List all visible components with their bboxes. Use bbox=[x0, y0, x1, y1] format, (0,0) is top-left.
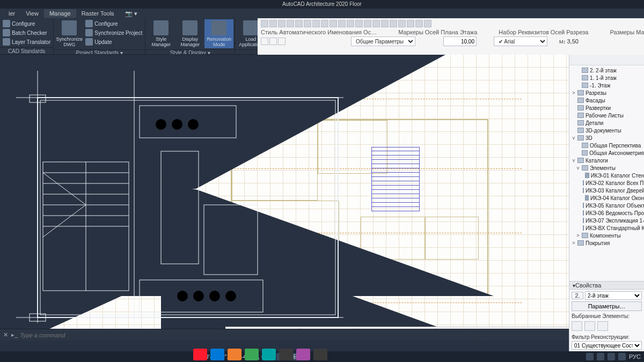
tree-node[interactable]: Общая Перспектива bbox=[569, 142, 644, 149]
close-icon[interactable]: ✕ bbox=[3, 331, 8, 338]
tree-node[interactable]: ИКЭ-02 Каталог Всех Проем bbox=[569, 179, 644, 187]
light-tool-icon[interactable] bbox=[390, 20, 397, 27]
tree-node[interactable]: Рабочие Листы bbox=[569, 112, 644, 119]
light-tool-icon[interactable] bbox=[287, 20, 294, 27]
ribbon-renovation[interactable]: RenovationMode bbox=[204, 19, 233, 48]
tree-node[interactable]: 1. 1-й этаж bbox=[569, 74, 644, 82]
tray-icon[interactable] bbox=[586, 353, 594, 360]
tree-node[interactable]: ИКЭ-07 Экспликация 1-й эт bbox=[569, 217, 644, 224]
light-tool-icon[interactable] bbox=[304, 20, 311, 27]
tree-node[interactable]: ИКЭ-06 Ведомость Проемов bbox=[569, 209, 644, 217]
statusbar: 170'-2 1/8", 161'-4 3/4", 0'-0" MODEL РУ… bbox=[0, 351, 644, 362]
light-tool-icon[interactable] bbox=[407, 20, 414, 27]
selected-elems-label: Выбранные Элементы: bbox=[572, 313, 642, 319]
light-tool-icon[interactable] bbox=[398, 20, 406, 27]
light-tool-icon[interactable] bbox=[330, 20, 337, 27]
ribbon-layer-translator[interactable]: Layer Translator bbox=[1, 38, 52, 46]
light-tool-icon[interactable] bbox=[372, 20, 380, 27]
ribbon-update[interactable]: Update bbox=[84, 38, 144, 46]
panel-label: CAD Standards bbox=[0, 47, 53, 55]
taskbar-app-icon[interactable] bbox=[262, 349, 276, 360]
params-button[interactable]: Параметры… bbox=[572, 301, 642, 311]
tree-node[interactable]: Фасады bbox=[569, 97, 644, 104]
tree-node[interactable]: >Разрезы bbox=[569, 89, 644, 97]
stairs-icon bbox=[371, 147, 420, 211]
panel-label: Style & Display ▾ bbox=[145, 49, 235, 55]
reno-filter-select[interactable]: 01 Существующее Состояние bbox=[572, 341, 642, 350]
menu-ier[interactable]: ier bbox=[3, 9, 20, 18]
taskbar-app-icon[interactable] bbox=[210, 349, 224, 360]
menu-manage[interactable]: Manage bbox=[44, 9, 76, 18]
light-tool-icon[interactable] bbox=[261, 20, 268, 27]
light-tool-icon[interactable] bbox=[295, 20, 303, 27]
proj-tree[interactable]: 2. 2-й этаж1. 1-й этаж-1. Этаж>РазрезыФа… bbox=[569, 65, 644, 281]
light-tool-icon[interactable] bbox=[278, 20, 286, 27]
tree-node[interactable]: ИКЭ-03 Каталог Дверей bbox=[569, 187, 644, 194]
ribbon-light: Стиль Автоматического Именования Ос…Марк… bbox=[258, 18, 644, 55]
light-tool-icon[interactable] bbox=[381, 20, 389, 27]
tree-node[interactable]: Развертки bbox=[569, 104, 644, 112]
ribbon-batch-checker[interactable]: Batch Checker bbox=[1, 28, 52, 37]
light-tool-icon[interactable] bbox=[338, 20, 346, 27]
tray-icon[interactable] bbox=[608, 353, 615, 360]
light-tool-icon[interactable] bbox=[269, 20, 277, 27]
tree-node[interactable]: ИКЭ-01 Каталог Стен bbox=[569, 172, 644, 179]
proj-toolbar bbox=[569, 55, 644, 65]
ribbon-configure[interactable]: Configure bbox=[1, 19, 52, 28]
tree-node[interactable]: 2. 2-й этаж bbox=[569, 67, 644, 74]
tree-node[interactable]: -1. Этаж bbox=[569, 82, 644, 89]
tray-icon[interactable] bbox=[618, 353, 626, 360]
params-select[interactable]: Общие Параметры bbox=[351, 36, 415, 46]
reno-filter-label: Фильтр Реконструкции: bbox=[572, 334, 642, 340]
light-tool-icon[interactable] bbox=[321, 20, 328, 27]
menu-view[interactable]: View bbox=[20, 9, 44, 18]
camera-icon[interactable]: 📷 ▾ bbox=[120, 9, 143, 18]
taskbar-app-icon[interactable] bbox=[193, 349, 207, 360]
project-browser: 2. 2-й этаж1. 1-й этаж-1. Этаж>РазрезыФа… bbox=[569, 55, 644, 351]
tree-node[interactable]: vЭлементы bbox=[569, 164, 644, 172]
tree-node[interactable]: ИКЭ-05 Каталог Объектов bbox=[569, 202, 644, 209]
ribbon-configure[interactable]: Configure bbox=[84, 19, 144, 28]
taskbar-app-icon[interactable] bbox=[245, 349, 259, 360]
tree-node[interactable]: Детали bbox=[569, 119, 644, 127]
light-tool-icon[interactable] bbox=[424, 20, 431, 27]
selection-mode-icons[interactable] bbox=[572, 321, 642, 331]
panel-label: Project Standards ▾ bbox=[54, 49, 145, 55]
props-header: ▾ Свойства bbox=[569, 281, 644, 290]
tree-node[interactable]: vКаталоги bbox=[569, 157, 644, 164]
taskbar-app-icon[interactable] bbox=[313, 349, 327, 360]
marker-size-input[interactable] bbox=[443, 36, 477, 46]
menubar: ierViewManageRaster Tools📷 ▾ bbox=[0, 9, 644, 18]
status-tray: РУС bbox=[586, 353, 644, 360]
tree-node[interactable]: ИКЭ-ВХ Стандартный Катал bbox=[569, 224, 644, 232]
tree-node[interactable]: >Компоненты bbox=[569, 232, 644, 239]
light-tool-icon[interactable] bbox=[364, 20, 371, 27]
drawing-canvas[interactable]: 04 Проект - Пла… ▸Без Замены ▸01 Существ… bbox=[0, 55, 644, 351]
ribbon-display[interactable]: DisplayManager bbox=[175, 19, 204, 48]
taskbar-app-icon[interactable] bbox=[228, 349, 241, 360]
light-tool-icon[interactable] bbox=[415, 20, 423, 27]
lang-indicator[interactable]: РУС bbox=[629, 353, 641, 360]
chevron-icon[interactable]: ▸_ bbox=[11, 331, 18, 338]
tray-icon[interactable] bbox=[597, 353, 604, 360]
tree-node[interactable]: Общая Аксонометрия bbox=[569, 149, 644, 157]
taskbar-app-icon[interactable] bbox=[279, 349, 293, 360]
light-input-row: Общие Параметры ✔ Arial M↕ 3,50 bbox=[258, 35, 644, 47]
tree-node[interactable]: v3D bbox=[569, 134, 644, 142]
level-select[interactable]: 2-й этаж bbox=[585, 291, 642, 300]
tree-node[interactable]: >Покрытия bbox=[569, 239, 644, 247]
ribbon-synchronize[interactable]: SynchronizeDWG bbox=[55, 19, 84, 48]
light-tool-icon[interactable] bbox=[347, 20, 354, 27]
tree-node[interactable]: ИКЭ-04 Каталог Окон bbox=[569, 194, 644, 202]
command-input[interactable] bbox=[20, 332, 149, 338]
light-group-label: Набор Реквизитов Осей Разреза bbox=[499, 29, 588, 35]
taskbar-app-icon[interactable] bbox=[296, 349, 310, 360]
tree-node[interactable]: 3D-документы bbox=[569, 127, 644, 134]
windows-taskbar bbox=[193, 347, 462, 362]
light-tool-icon[interactable] bbox=[312, 20, 320, 27]
font-select[interactable]: ✔ Arial bbox=[494, 36, 547, 46]
ribbon-style[interactable]: StyleManager bbox=[147, 19, 175, 48]
menu-raster tools[interactable]: Raster Tools bbox=[76, 9, 120, 18]
ribbon-synchronize-project[interactable]: Synchronize Project bbox=[84, 28, 144, 37]
light-tool-icon[interactable] bbox=[355, 20, 363, 27]
